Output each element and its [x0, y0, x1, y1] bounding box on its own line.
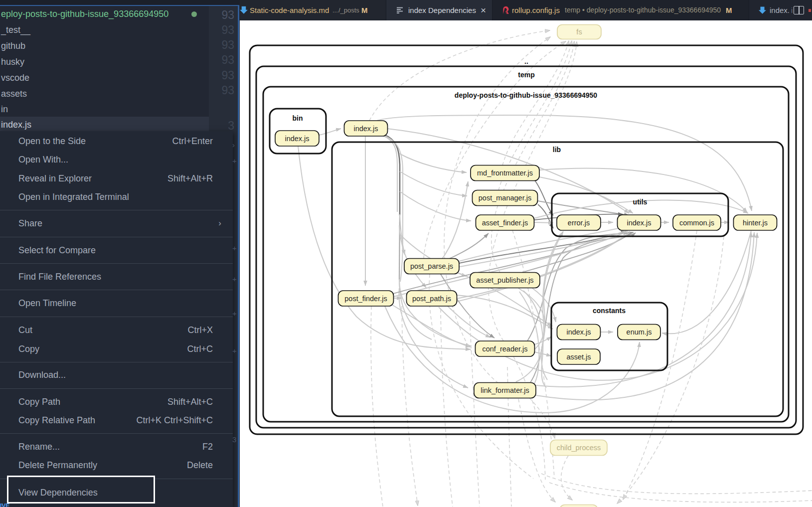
svg-text:index.js: index.js	[566, 328, 591, 336]
svg-text:conf_reader.js: conf_reader.js	[482, 345, 527, 353]
svg-text:post_parse.js: post_parse.js	[410, 262, 453, 270]
svg-text:bin: bin	[293, 114, 303, 122]
svg-text:utils: utils	[633, 198, 648, 206]
svg-text:hinter.js: hinter.js	[743, 219, 768, 227]
svg-text:post_manager.js: post_manager.js	[479, 194, 531, 202]
svg-text:deploy-posts-to-github-issue_9: deploy-posts-to-github-issue_93366694950	[455, 91, 598, 99]
svg-text:constants: constants	[593, 307, 626, 315]
svg-text:child_process: child_process	[557, 444, 601, 452]
svg-text:index.js: index.js	[627, 219, 651, 227]
svg-text:temp: temp	[518, 71, 534, 79]
svg-text:post_finder.js: post_finder.js	[344, 295, 387, 303]
svg-text:asset.js: asset.js	[566, 353, 591, 361]
svg-text:asset_finder.js: asset_finder.js	[482, 219, 528, 227]
svg-text:lib: lib	[553, 146, 561, 154]
svg-text:md_frontmatter.js: md_frontmatter.js	[477, 169, 533, 177]
svg-text:error.js: error.js	[568, 219, 590, 227]
svg-text:asset_publisher.js: asset_publisher.js	[476, 276, 533, 284]
svg-text:..: ..	[524, 57, 528, 65]
svg-text:common.js: common.js	[679, 219, 714, 227]
svg-text:index.js: index.js	[285, 135, 309, 143]
svg-text:post_path.js: post_path.js	[412, 295, 451, 303]
svg-text:index.js: index.js	[353, 125, 378, 133]
svg-text:link_formater.js: link_formater.js	[481, 386, 529, 394]
svg-text:enum.js: enum.js	[627, 328, 652, 336]
svg-text:fs: fs	[576, 28, 582, 36]
